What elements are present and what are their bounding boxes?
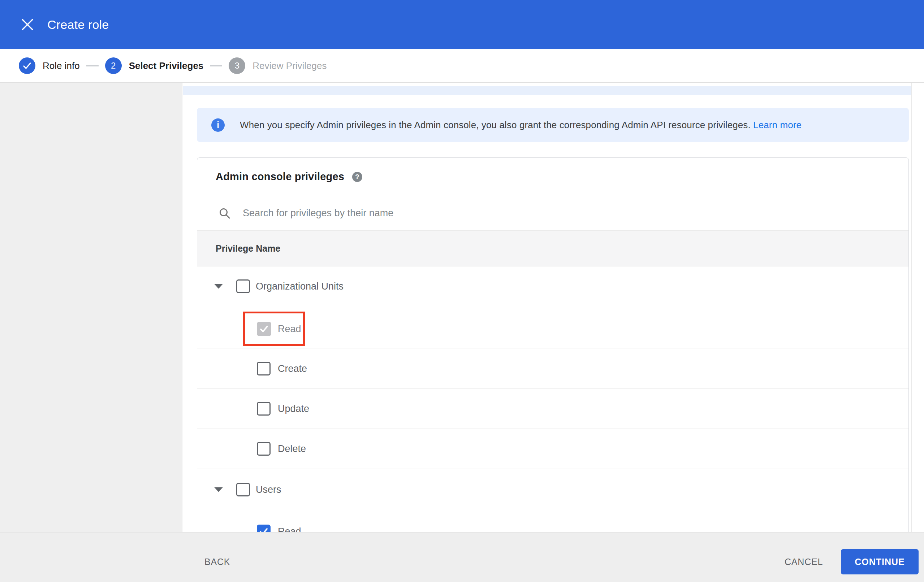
step-label: Role info [43,60,80,71]
table-row-users-read[interactable]: Read [197,510,909,532]
scrolled-content-strip [183,86,912,95]
search-placeholder: Search for privileges by their name [243,208,393,219]
table-row-delete[interactable]: Delete [197,429,909,469]
dialog-header: Create role [0,0,924,49]
row-label: Read [278,526,301,532]
close-icon[interactable] [19,16,36,33]
cancel-button[interactable]: CANCEL [785,557,823,567]
table-row-organizational-units[interactable]: Organizational Units [197,267,909,306]
checkbox-organizational-units[interactable] [236,279,250,293]
step-number-badge: 3 [229,58,245,74]
row-label: Create [278,363,307,374]
banner-message: When you specify Admin privileges in the… [240,119,802,131]
banner-message-text: When you specify Admin privileges in the… [240,119,751,130]
create-role-dialog: Create role Role info 2 Select Privilege… [0,0,924,582]
left-sidebar [0,83,182,532]
step-label: Select Privileges [129,60,204,71]
step-select-privileges[interactable]: 2 Select Privileges [105,58,204,74]
table-row-read[interactable]: Read [197,306,909,348]
table-row-update[interactable]: Update [197,389,909,429]
back-button[interactable]: BACK [205,557,230,567]
checkbox-read[interactable] [257,322,271,336]
step-label: Review Privileges [252,60,327,71]
step-number-badge: 2 [105,58,122,74]
checkbox-create[interactable] [257,362,271,376]
stepper: Role info 2 Select Privileges 3 Review P… [0,49,924,83]
checkbox-delete[interactable] [257,442,271,456]
info-icon: i [211,119,225,132]
help-icon[interactable]: ? [352,172,362,182]
footer-bar: BACK CANCEL CONTINUE [0,532,924,582]
step-role-info[interactable]: Role info [19,58,80,74]
privilege-search-field[interactable]: Search for privileges by their name [197,196,909,230]
table-row-create[interactable]: Create [197,348,909,389]
row-label: Users [256,484,281,495]
card-title: Admin console privileges [216,171,344,183]
learn-more-link[interactable]: Learn more [753,119,802,130]
expand-arrow-icon[interactable] [214,284,223,289]
search-icon [219,208,231,219]
privileges-card: Admin console privileges ? Search for pr… [197,157,909,532]
scrollbar-gutter[interactable] [911,83,924,532]
row-label: Organizational Units [256,280,343,292]
page-title: Create role [47,0,109,49]
card-title-row: Admin console privileges ? [197,158,909,196]
checkbox-update[interactable] [257,402,271,415]
row-label: Read [278,323,301,334]
info-banner: i When you specify Admin privileges in t… [197,108,909,142]
row-label: Delete [278,444,306,455]
step-connector [210,65,222,66]
table-row-users[interactable]: Users [197,469,909,510]
step-complete-check-icon [19,58,35,74]
highlight-box: Read [243,312,305,346]
step-review-privileges: 3 Review Privileges [229,58,327,74]
checkbox-users[interactable] [236,483,250,496]
step-connector [86,65,99,66]
checkbox-users-read[interactable] [257,524,271,533]
row-label: Update [278,403,309,414]
continue-button[interactable]: CONTINUE [841,549,919,574]
column-header-privilege-name: Privilege Name [216,243,280,254]
column-header-row: Privilege Name [197,230,909,267]
expand-arrow-icon[interactable] [214,487,223,492]
